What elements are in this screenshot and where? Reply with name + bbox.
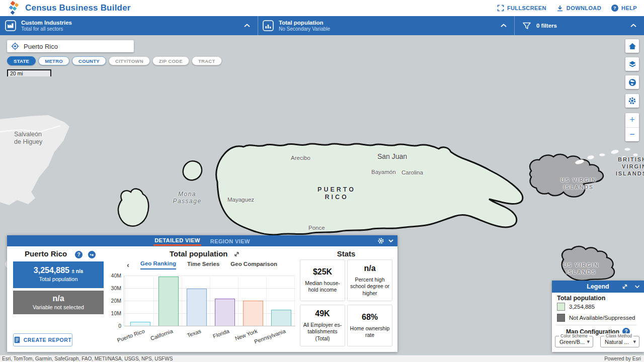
stats-title: Stats <box>300 249 392 258</box>
stat-label: Median house- hold income <box>305 280 340 293</box>
layers-button[interactable] <box>625 57 639 71</box>
fullscreen-label: FULLSCREEN <box>507 5 546 11</box>
stat-label: Percent high school degree or higher <box>350 277 389 296</box>
industries-selector[interactable]: Custom Industries Total for all sectors <box>0 16 258 35</box>
detail-panel: DETAILED VIEW REGION VIEW Puerto Rico ? … <box>7 235 397 352</box>
stat-card-median-income: $25K Median house- hold income <box>300 259 345 301</box>
region-title: Puerto Rico <box>25 249 67 258</box>
zoom-controls: + − <box>625 113 639 141</box>
legend-header: Legend <box>552 281 644 293</box>
chart-vline <box>266 276 267 326</box>
map-label-usvi-north: US VIRGIN ISLANDS <box>552 176 605 191</box>
chart-bar-puerto-rico[interactable] <box>130 322 150 326</box>
chart-ytick-label: 0 <box>104 323 121 329</box>
secondary-label: Variable not selected <box>13 304 104 310</box>
chart-vline <box>125 276 126 326</box>
region-share-icon[interactable]: ↪ <box>88 251 96 258</box>
bar-chart-icon <box>263 20 274 31</box>
zoom-in-button[interactable]: + <box>625 113 639 128</box>
stat-card-high-school: n/a Percent high school degree or higher <box>347 259 392 301</box>
stat-value: 49K <box>315 309 330 318</box>
help-button[interactable]: ? HELP <box>611 5 637 12</box>
class-method-value: Natural ... <box>605 339 629 345</box>
powered-by-esri: Powered by Esri <box>604 356 641 361</box>
chart-ytick-label: 10M <box>104 310 121 316</box>
chevron-up-icon[interactable] <box>500 23 507 28</box>
chart-tab-time-series[interactable]: Time Series <box>187 261 219 269</box>
color-scheme-select[interactable]: Color Scheme Green/B... ▾ <box>555 336 593 347</box>
variable-title: Total population <box>279 20 330 26</box>
globe-icon <box>628 78 637 87</box>
fullscreen-button[interactable]: FULLSCREEN <box>497 5 546 12</box>
geo-pill-zip-code[interactable]: ZIP CODE <box>152 56 189 65</box>
legend-variable-name: Total population <box>557 295 605 302</box>
chart-ytick-label: 30M <box>104 285 121 291</box>
stat-label: All Employer es- tablishments (Total) <box>303 322 342 341</box>
chart-expand-icon[interactable] <box>233 251 240 257</box>
chart-tab-geo-comparison[interactable]: Geo Comparison <box>230 261 277 269</box>
chevron-up-icon[interactable] <box>630 23 637 28</box>
tab-region-view[interactable]: REGION VIEW <box>209 237 251 245</box>
geo-pill-city-town[interactable]: CITY/TOWN <box>109 56 150 65</box>
map-settings-button[interactable] <box>625 94 639 108</box>
chart-vline <box>182 276 182 326</box>
geo-pill-metro[interactable]: METRO <box>38 56 69 65</box>
map-attribution-bar: Esri, TomTom, Garmin, SafeGraph, FAO, ME… <box>0 355 644 362</box>
filters-selector[interactable]: 0 filters <box>514 16 644 35</box>
zoom-out-button[interactable]: − <box>625 128 639 142</box>
attribution-sources: Esri, TomTom, Garmin, SafeGraph, FAO, ME… <box>2 356 173 361</box>
chart-bar-florida[interactable] <box>215 299 235 326</box>
class-method-select[interactable]: Class Method Natural ... ▾ <box>600 336 639 347</box>
legend-swatch-value <box>557 303 565 311</box>
chart-gridline <box>124 326 295 326</box>
map-label-usvi-south: US VIRGIN ISLANDS <box>555 261 607 276</box>
chart-tab-geo-ranking[interactable]: Geo Ranking <box>140 260 176 269</box>
legend-item-label: 3,254,885 <box>569 304 595 310</box>
legend-expand-icon[interactable] <box>622 284 628 290</box>
geo-pill-county[interactable]: COUNTY <box>72 56 106 65</box>
map-label-ponce: Ponce <box>308 225 325 231</box>
map-shape-puerto-rico <box>216 144 523 235</box>
class-method-label: Class Method <box>604 333 633 338</box>
chart-tab-bar: ‹ Geo Ranking Time Series Geo Comparison <box>127 260 283 269</box>
create-report-button[interactable]: CREATE REPORT <box>13 333 72 346</box>
stat-value: 68% <box>362 313 378 322</box>
chart-bar-california[interactable] <box>158 277 179 326</box>
region-help-icon[interactable]: ? <box>75 251 83 258</box>
map-shape-desecheo-island <box>183 161 202 180</box>
chart-bar-pennsylvania[interactable] <box>271 310 291 326</box>
chevron-up-icon[interactable] <box>244 23 251 28</box>
home-extent-button[interactable] <box>625 39 639 53</box>
variable-selector[interactable]: Total population No Secondary Variable <box>258 16 514 35</box>
legend-item: 3,254,885 <box>557 303 595 311</box>
geo-pill-tract[interactable]: TRACT <box>192 56 222 65</box>
panel-collapse-chevron-icon[interactable] <box>388 239 394 243</box>
stat-card-establishments: 49K All Employer es- tablishments (Total… <box>300 305 345 346</box>
tab-detailed-view[interactable]: DETAILED VIEW <box>153 236 201 246</box>
download-icon <box>556 5 564 12</box>
map-label-arecibo: Arecibo <box>291 155 310 161</box>
locate-icon[interactable] <box>11 42 19 50</box>
secondary-value: n/a <box>13 294 104 303</box>
layers-icon <box>628 60 637 69</box>
search-input[interactable] <box>24 43 134 50</box>
geo-ranking-bar-chart[interactable]: 010M20M30M40MPuerto RicoCaliforniaTexasF… <box>124 276 295 326</box>
geo-pill-state[interactable]: STATE <box>7 56 36 65</box>
home-icon <box>628 42 637 51</box>
basemap-globe-button[interactable] <box>625 75 639 89</box>
panel-settings-gear-icon[interactable] <box>377 237 384 244</box>
download-button[interactable]: DOWNLOAD <box>556 5 601 12</box>
map-shape-mona-island <box>118 189 148 226</box>
chart-bar-new-york[interactable] <box>243 301 263 326</box>
primary-moe: ± n/a <box>71 268 83 274</box>
industry-icon <box>5 20 16 31</box>
legend-swatch-na <box>557 314 565 322</box>
map-scale-bar: 20 mi <box>7 69 51 76</box>
map-label-bayamon: Bayamón <box>371 169 396 175</box>
chart-tabs-back-icon[interactable]: ‹ <box>127 261 129 268</box>
chart-bar-texas[interactable] <box>187 289 207 326</box>
download-label: DOWNLOAD <box>567 5 601 11</box>
geo-level-pills: STATE METRO COUNTY CITY/TOWN ZIP CODE TR… <box>7 56 222 65</box>
legend-collapse-chevron-icon[interactable] <box>634 285 640 289</box>
detail-panel-header: DETAILED VIEW REGION VIEW <box>7 235 397 246</box>
